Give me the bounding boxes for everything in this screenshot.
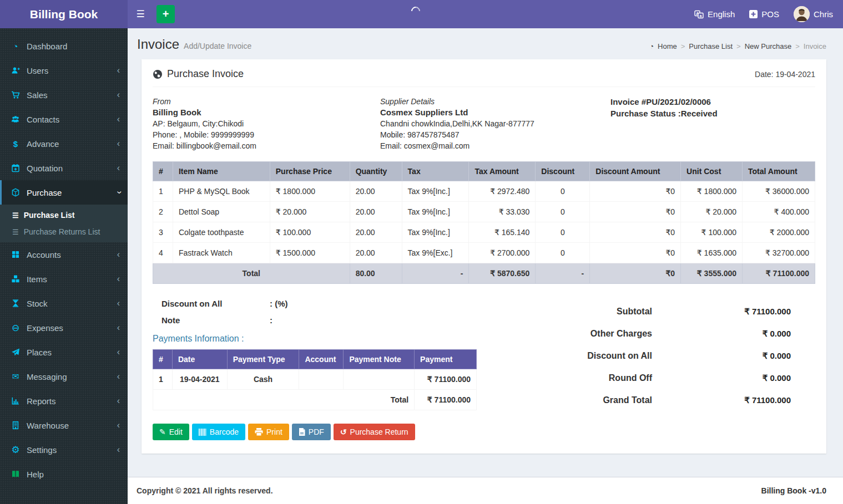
- sidebar-item-purchase-list[interactable]: ☰ Purchase List: [0, 207, 128, 223]
- payment-account: [299, 369, 344, 390]
- sidebar-item-help[interactable]: Help: [0, 462, 128, 486]
- note-line: Note :: [153, 312, 530, 328]
- item-discount-amount: ₹0: [590, 243, 681, 263]
- summary-label: Subtotal: [530, 307, 652, 317]
- sidebar-item-reports[interactable]: Reports ‹: [0, 389, 128, 413]
- from-email: Email: billingbook@email.com: [153, 140, 380, 151]
- item-discount: 0: [536, 243, 590, 263]
- sidebar-item-sales[interactable]: Sales ‹: [0, 83, 128, 107]
- supplier-name: Cosmex Suppliers Ltd: [380, 107, 610, 118]
- pay-col-payment: Payment: [415, 350, 477, 369]
- payment-amount: ₹ 71100.000: [415, 369, 477, 390]
- sidebar-item-settings[interactable]: ⚙ Settings ‹: [0, 437, 128, 462]
- sidebar-item-stock[interactable]: Stock ‹: [0, 291, 128, 315]
- sidebar-toggle-button[interactable]: ☰: [128, 0, 153, 28]
- col-header-purchase-price: Purchase Price: [270, 162, 350, 181]
- payment-type: Cash: [227, 369, 299, 390]
- sidebar-item-advance[interactable]: $ Advance ‹: [0, 131, 128, 156]
- pay-col-note: Payment Note: [344, 350, 415, 369]
- item-num: 4: [153, 243, 173, 263]
- pos-menu[interactable]: POS: [749, 9, 779, 19]
- item-total-amount: ₹ 32700.000: [743, 243, 815, 263]
- invoice-meta-block: Invoice #PU/2021/02/0006 Purchase Status…: [610, 96, 815, 151]
- item-row: 3 Colgate toothpaste ₹ 100.000 20.00 Tax…: [153, 222, 815, 243]
- minus-circle-icon: ⊖: [10, 322, 21, 334]
- payment-row: 1 19-04-2021 Cash ₹ 71100.000: [153, 369, 477, 390]
- chevron-left-icon: ‹: [117, 274, 120, 284]
- from-address: AP: Belgaum, City:Chikodi: [153, 118, 380, 129]
- envelope-icon: ✉: [10, 371, 21, 381]
- pdf-button[interactable]: PDF: [292, 424, 331, 440]
- col-header-tax-amount: Tax Amount: [469, 162, 536, 181]
- summary-label: Grand Total: [530, 395, 652, 405]
- dollar-icon: $: [10, 139, 21, 149]
- below-table-section: Discount on All : (%) Note : Payments In…: [153, 295, 815, 411]
- sidebar-item-items[interactable]: Items ‹: [0, 267, 128, 291]
- col-header-quantity: Quantity: [350, 162, 402, 181]
- item-purchase-price: ₹ 1800.000: [270, 181, 350, 202]
- sidebar-item-quotation[interactable]: Quotation ‹: [0, 156, 128, 180]
- col-header-item-name: Item Name: [173, 162, 270, 181]
- cubes-icon: [10, 274, 21, 283]
- sidebar-item-places[interactable]: Places ‹: [0, 340, 128, 364]
- summary-label: Round Off: [530, 373, 652, 383]
- cart-icon: [10, 90, 21, 99]
- barcode-button[interactable]: Barcode: [192, 424, 245, 440]
- chevron-left-icon: ‹: [117, 250, 120, 259]
- print-button[interactable]: Print: [248, 424, 289, 440]
- chevron-left-icon: ‹: [117, 445, 120, 455]
- discount-on-all-line: Discount on All : (%): [153, 295, 530, 312]
- hamburger-icon: ☰: [136, 8, 144, 20]
- supplier-address: Chandni chowkIndia,Delhi,KK Nagar-877777: [380, 118, 610, 129]
- item-name: Dettol Soap: [173, 202, 270, 222]
- sidebar-item-warehouse[interactable]: Warehouse ‹: [0, 413, 128, 437]
- page-title: Invoice: [137, 37, 179, 52]
- payment-date: 19-04-2021: [172, 369, 227, 390]
- payments-table-foot: Total ₹ 71100.000: [153, 390, 477, 410]
- item-purchase-price: ₹ 100.000: [270, 222, 350, 243]
- breadcrumb-new-purchase[interactable]: New Purchase: [745, 42, 792, 50]
- sidebar-item-purchase-returns-list[interactable]: ☰ Purchase Returns List: [0, 223, 128, 240]
- item-tax: Tax 9%[Inc.]: [402, 202, 469, 222]
- sidebar-item-messaging[interactable]: ✉ Messaging ‹: [0, 364, 128, 389]
- breadcrumb-purchase-list[interactable]: Purchase List: [689, 42, 733, 50]
- cube-icon: [10, 188, 21, 197]
- item-tax-amount: ₹ 33.030: [469, 202, 536, 222]
- item-unit-cost: ₹ 1800.000: [681, 181, 743, 202]
- item-discount-amount: ₹0: [590, 181, 681, 202]
- purchase-return-button[interactable]: ↺ Purchase Return: [334, 424, 415, 440]
- edit-button[interactable]: ✎ Edit: [153, 424, 189, 440]
- item-tax-amount: ₹ 2972.480: [469, 181, 536, 202]
- item-num: 2: [153, 202, 173, 222]
- summary-value: ₹ 0.000: [652, 351, 791, 361]
- items-total-discount-amount: ₹0: [590, 263, 681, 284]
- sidebar-item-expenses[interactable]: ⊖ Expenses ‹: [0, 315, 128, 340]
- item-row: 4 Fastrack Watch ₹ 1500.000 20.00 Tax 9%…: [153, 243, 815, 263]
- page-footer: Copyright © 2021 All rights reserved. Bi…: [128, 477, 843, 504]
- sidebar-item-users[interactable]: Users ‹: [0, 58, 128, 83]
- payments-table: # Date Payment Type Account Payment Note…: [153, 349, 477, 410]
- item-total-amount: ₹ 400.000: [743, 202, 815, 222]
- item-num: 1: [153, 181, 173, 202]
- sidebar-item-contacts[interactable]: Contacts ‹: [0, 107, 128, 131]
- sidebar-item-dashboard[interactable]: ◔ Dashboard: [0, 34, 128, 58]
- bar-chart-icon: [10, 396, 21, 405]
- quick-add-button[interactable]: +: [157, 5, 175, 23]
- chevron-left-icon: ‹: [117, 90, 120, 100]
- language-menu[interactable]: Aa English: [694, 9, 735, 19]
- brand-logo[interactable]: Billing Book: [0, 0, 128, 28]
- user-menu[interactable]: Chris: [794, 6, 833, 22]
- content-area: InvoiceAdd/Update Invoice ◔ Home > Purch…: [128, 28, 843, 477]
- summary-value: ₹ 0.000: [652, 373, 791, 383]
- sidebar-item-purchase[interactable]: Purchase ‹: [0, 180, 128, 205]
- items-total-discount: -: [536, 263, 590, 284]
- sidebar-item-accounts[interactable]: Accounts ‹: [0, 242, 128, 267]
- chevron-left-icon: ‹: [117, 420, 120, 430]
- summary-label: Discount on All: [530, 351, 652, 361]
- barcode-icon: [199, 429, 206, 436]
- breadcrumb-home[interactable]: Home: [658, 42, 677, 50]
- book-icon: [10, 470, 21, 478]
- chevron-left-icon: ‹: [117, 65, 120, 75]
- col-header-discount: Discount: [536, 162, 590, 181]
- paper-plane-icon: [10, 348, 21, 357]
